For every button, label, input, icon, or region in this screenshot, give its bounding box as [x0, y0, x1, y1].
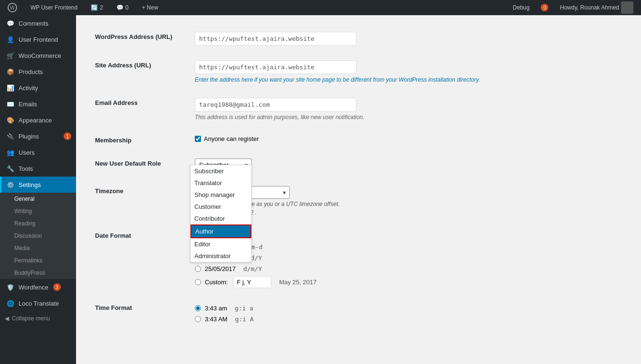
date-radio-d-m-y[interactable]: [195, 266, 201, 272]
role-option-editor[interactable]: Editor: [191, 238, 251, 250]
collapse-icon: ◀: [5, 315, 9, 322]
comments-icon: 💬: [116, 4, 124, 11]
date-custom-preview: May 25, 2017: [279, 279, 316, 286]
sidebar-item-user-frontend[interactable]: 👤 User Frontend: [0, 31, 76, 47]
time-format-group: 3:43 am g:i a 3:43 AM g:i A: [195, 305, 627, 323]
sidebar-sub-permalinks[interactable]: Permalinks: [0, 254, 76, 267]
date-format-row: Date Format F j, Y 2017-05-25 Y-m-d: [86, 224, 631, 296]
admin-bar: W WP User Frontend 🔄 2 💬 0 + New Debug 0…: [0, 0, 641, 15]
user-frontend-icon: 👤: [6, 35, 15, 44]
updates-count: 2: [100, 4, 103, 11]
membership-row: Membership Anyone can register: [86, 128, 631, 151]
membership-checkbox-label[interactable]: Anyone can register: [195, 135, 627, 142]
sidebar-item-settings[interactable]: ⚙️ Settings: [0, 177, 76, 193]
role-option-subscriber[interactable]: Subscriber: [191, 165, 251, 177]
sidebar-item-plugins[interactable]: 🔌 Plugins 1: [0, 128, 76, 144]
sidebar-item-tools[interactable]: 🔧 Tools: [0, 160, 76, 177]
timezone-label: Timezone: [86, 179, 190, 224]
howdy-label: Howdy, Rounak Ahmed: [560, 4, 619, 11]
date-format-group: F j, Y 2017-05-25 Y-m-d 05/25/2017 m/d/Y: [195, 233, 627, 288]
sidebar-sub-reading[interactable]: Reading: [0, 217, 76, 230]
debug-button[interactable]: Debug: [509, 0, 533, 15]
wordpress-address-input[interactable]: [195, 32, 356, 46]
main-content: WordPress Address (URL) Site Address (UR…: [76, 15, 641, 364]
comments-count: 0: [125, 4, 129, 11]
sidebar-label-wordfence: Wordfence: [19, 284, 48, 291]
sidebar-label-appearance: Appearance: [19, 117, 52, 124]
sidebar-item-activity[interactable]: 📊 Activity: [0, 80, 76, 96]
updates-button[interactable]: 🔄 2: [87, 0, 107, 15]
site-address-input[interactable]: [195, 60, 356, 74]
sidebar-item-wordfence[interactable]: 🛡️ Wordfence 3: [0, 279, 76, 295]
sidebar-label-woocommerce: WooCommerce: [19, 52, 61, 59]
sidebar-item-woocommerce[interactable]: 🛒 WooCommerce: [0, 47, 76, 64]
membership-checkbox[interactable]: [195, 136, 201, 142]
time-preview-g-i-a: 3:43 am: [205, 305, 227, 312]
date-format-custom: Custom: May 25, 2017: [195, 276, 627, 288]
role-option-shop-manager[interactable]: Shop manager: [191, 189, 251, 201]
date-custom-input[interactable]: [233, 276, 271, 288]
date-format-label: Date Format: [86, 224, 190, 296]
sidebar-label-settings: Settings: [19, 181, 41, 188]
sidebar-item-emails[interactable]: ✉️ Emails: [0, 96, 76, 112]
products-icon: 📦: [6, 67, 15, 76]
role-option-administrator[interactable]: Administrator: [191, 250, 251, 262]
sidebar-label-plugins: Plugins: [19, 133, 39, 140]
site-name-button[interactable]: WP User Frontend: [27, 0, 81, 15]
users-icon: 👥: [6, 148, 15, 157]
sidebar-item-users[interactable]: 👥 Users: [0, 144, 76, 160]
sidebar-item-loco-translate[interactable]: 🌐 Loco Translate: [0, 295, 76, 311]
loco-icon: 🌐: [6, 299, 15, 308]
sidebar-item-comments[interactable]: 💬 Comments: [0, 15, 76, 31]
role-option-translator[interactable]: Translator: [191, 177, 251, 189]
time-radio-g-i-a[interactable]: [195, 305, 201, 311]
notification-button[interactable]: 0: [537, 0, 552, 15]
sidebar-item-products[interactable]: 📦 Products: [0, 64, 76, 80]
wp-logo-button[interactable]: W: [4, 0, 21, 15]
sidebar-label-user-frontend: User Frontend: [19, 36, 58, 43]
howdy-button[interactable]: Howdy, Rounak Ahmed: [556, 0, 637, 15]
new-button[interactable]: + New: [138, 0, 162, 15]
new-user-role-label: New User Default Role: [86, 151, 190, 179]
role-option-author[interactable]: Author: [191, 224, 251, 238]
site-name-label: WP User Frontend: [30, 4, 77, 11]
plugins-badge: 1: [64, 132, 71, 140]
collapse-menu-button[interactable]: ◀ Collapse menu: [0, 311, 76, 326]
woocommerce-icon: 🛒: [6, 51, 15, 60]
date-preview-d-m-y: 25/05/2017: [205, 265, 236, 272]
sidebar-label-activity: Activity: [19, 84, 38, 92]
site-address-row: Site Address (URL) Enter the address her…: [86, 53, 631, 91]
date-radio-custom[interactable]: [195, 279, 201, 285]
email-address-input[interactable]: [195, 98, 356, 112]
time-radio-g-i-a-upper[interactable]: [195, 316, 201, 322]
date-format-f-j-y: F j, Y: [195, 233, 627, 240]
comments-button[interactable]: 💬 0: [113, 0, 133, 15]
email-address-label: Email Address: [86, 91, 190, 128]
timezone-utc: is 2017-05-25 03:43:32 .: [195, 209, 627, 216]
time-format-g-i-a: 3:43 am g:i a: [195, 305, 627, 312]
sidebar-sub-media[interactable]: Media: [0, 242, 76, 254]
role-option-customer[interactable]: Customer: [191, 201, 251, 213]
time-code-g-i-a-upper: g:i A: [235, 316, 254, 323]
sidebar-item-appearance[interactable]: 🎨 Appearance: [0, 112, 76, 128]
site-address-helper: Enter the address here if you want your …: [195, 76, 627, 83]
settings-form-table: WordPress Address (URL) Site Address (UR…: [86, 25, 631, 330]
activity-icon: 📊: [6, 84, 15, 92]
date-custom-label: Custom:: [205, 279, 228, 286]
debug-label: Debug: [513, 4, 529, 11]
emails-icon: ✉️: [6, 100, 15, 108]
settings-submenu: General Writing Reading Discussion Media…: [0, 193, 76, 279]
sidebar: 💬 Comments 👤 User Frontend 🛒 WooCommerce…: [0, 15, 76, 364]
sidebar-sub-discussion[interactable]: Discussion: [0, 230, 76, 242]
sidebar-label-users: Users: [19, 149, 35, 156]
site-address-link[interactable]: want your site home page to be different…: [269, 76, 480, 83]
role-option-contributor[interactable]: Contributor: [191, 213, 251, 224]
sidebar-sub-general[interactable]: General: [0, 193, 76, 205]
time-preview-g-i-a-upper: 3:43 AM: [205, 316, 228, 323]
new-user-role-row: New User Default Role Subscriber ▼ Subsc…: [86, 151, 631, 179]
timezone-helper: ly in the same timezone as you or a UTC …: [195, 201, 627, 207]
time-format-label: Time Format: [86, 296, 190, 330]
sidebar-sub-buddypress[interactable]: BuddyPress: [0, 267, 76, 279]
settings-icon: ⚙️: [6, 180, 15, 189]
sidebar-sub-writing[interactable]: Writing: [0, 205, 76, 217]
